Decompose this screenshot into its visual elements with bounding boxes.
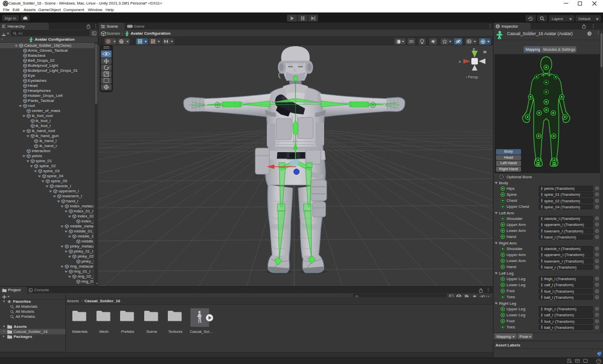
svg-text:?: ?: [588, 32, 590, 36]
